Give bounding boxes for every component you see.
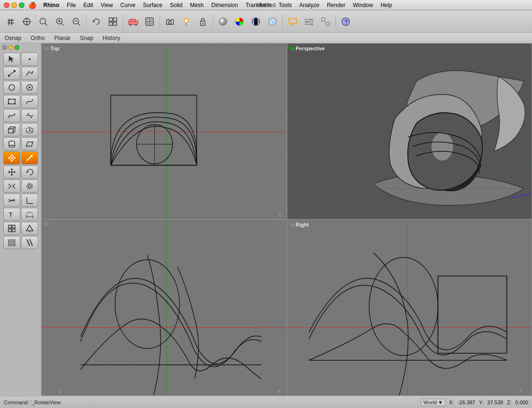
coord-x-value: -26.387 bbox=[458, 400, 475, 405]
panel-maximize-btn[interactable] bbox=[15, 45, 19, 50]
tool-nurbs[interactable] bbox=[21, 109, 38, 122]
panel-close-btn[interactable] bbox=[2, 45, 7, 50]
command-value: '_RotateView bbox=[31, 400, 61, 405]
menu-file[interactable]: File bbox=[64, 1, 79, 9]
tool-group[interactable] bbox=[3, 222, 20, 235]
tool-curve[interactable] bbox=[21, 95, 38, 108]
menu-tools[interactable]: Tools bbox=[275, 1, 295, 9]
tool-rotate2d[interactable] bbox=[21, 165, 38, 179]
coord-world-arrow: ▼ bbox=[438, 400, 443, 405]
tool-render-mesh[interactable] bbox=[142, 14, 157, 29]
menu-window[interactable]: Window bbox=[349, 1, 376, 9]
tool-array[interactable] bbox=[21, 222, 38, 235]
menu-rhino[interactable]: Rhino bbox=[40, 1, 63, 9]
tool-move[interactable] bbox=[3, 165, 20, 179]
command-label: Command: bbox=[4, 400, 29, 405]
toolbar: ? bbox=[0, 10, 532, 33]
svg-rect-53 bbox=[322, 18, 325, 21]
menu-view[interactable]: View bbox=[97, 1, 116, 9]
menu-curve[interactable]: Curve bbox=[117, 1, 139, 9]
close-button[interactable] bbox=[4, 2, 9, 8]
tool-display[interactable] bbox=[285, 14, 300, 29]
menu-analyze[interactable]: Analyze bbox=[296, 1, 323, 9]
menu-mesh[interactable]: Mesh bbox=[187, 1, 207, 9]
tool-zoom-extents[interactable] bbox=[36, 14, 51, 29]
viewport-right[interactable]: Right bbox=[287, 220, 532, 396]
tool-globe[interactable] bbox=[248, 14, 263, 29]
menu-dimension[interactable]: Dimension bbox=[208, 1, 241, 9]
svg-rect-142 bbox=[42, 220, 286, 395]
tool-transform[interactable] bbox=[3, 151, 20, 165]
tool-surface[interactable] bbox=[21, 137, 38, 150]
tool-offset[interactable] bbox=[21, 180, 38, 193]
menu-solid[interactable]: Solid bbox=[167, 1, 186, 9]
svg-point-35 bbox=[202, 23, 204, 24]
tool-arrow[interactable] bbox=[21, 151, 38, 165]
coord-z-label: Z: bbox=[507, 400, 512, 405]
menu-render[interactable]: Render bbox=[324, 1, 349, 9]
svg-rect-54 bbox=[326, 22, 329, 25]
tool-select-dot[interactable] bbox=[21, 53, 38, 66]
tool-light[interactable] bbox=[179, 14, 194, 29]
snap-osnap[interactable]: Osnap bbox=[5, 35, 21, 41]
tool-material[interactable] bbox=[215, 14, 230, 29]
tool-rectangle[interactable] bbox=[3, 95, 20, 108]
snap-history[interactable]: History bbox=[103, 35, 120, 41]
tool-plane[interactable] bbox=[21, 123, 38, 136]
tool-snap-settings[interactable] bbox=[318, 14, 333, 29]
svg-rect-62 bbox=[8, 75, 10, 77]
tool-select[interactable] bbox=[3, 53, 20, 66]
viewport-top[interactable]: Top bbox=[41, 43, 287, 220]
tool-color[interactable] bbox=[232, 14, 247, 29]
tool-lock[interactable] bbox=[195, 14, 210, 29]
maximize-button[interactable] bbox=[19, 2, 24, 8]
tool-properties[interactable] bbox=[21, 236, 38, 249]
snap-snap[interactable]: Snap bbox=[80, 35, 93, 41]
window-controls bbox=[4, 2, 24, 8]
tool-text[interactable]: T bbox=[3, 208, 20, 221]
svg-rect-14 bbox=[109, 18, 112, 21]
snap-ortho[interactable]: Ortho bbox=[31, 35, 45, 41]
menu-help[interactable]: Help bbox=[377, 1, 396, 9]
tool-polyline[interactable] bbox=[21, 67, 38, 80]
svg-text:Z: Z bbox=[59, 389, 62, 394]
menu-surface[interactable]: Surface bbox=[140, 1, 166, 9]
svg-point-0 bbox=[9, 20, 12, 23]
tool-zoom-out[interactable] bbox=[69, 14, 84, 29]
tool-environment[interactable] bbox=[265, 14, 280, 29]
main-area: T Top bbox=[0, 43, 532, 396]
snap-planar[interactable]: Planar bbox=[54, 35, 71, 41]
toolbar-separator-5 bbox=[282, 15, 283, 28]
tool-freeform[interactable] bbox=[3, 109, 20, 122]
tool-crosshair[interactable] bbox=[19, 14, 34, 29]
tool-cylinder[interactable] bbox=[3, 137, 20, 150]
tool-settings[interactable] bbox=[302, 14, 317, 29]
svg-point-4 bbox=[40, 18, 46, 24]
tool-rotate[interactable] bbox=[89, 14, 104, 29]
viewport-front[interactable]: Z X bbox=[41, 220, 287, 396]
tool-help[interactable]: ? bbox=[338, 14, 353, 29]
tool-camera[interactable] bbox=[162, 14, 177, 29]
tool-mirror[interactable] bbox=[3, 180, 20, 193]
tool-grid[interactable] bbox=[105, 14, 120, 29]
tool-circle[interactable] bbox=[3, 81, 20, 94]
viewport-perspective[interactable]: Perspective bbox=[287, 43, 532, 220]
tool-pan[interactable] bbox=[3, 14, 18, 29]
tool-zoom-in[interactable] bbox=[52, 14, 67, 29]
svg-rect-67 bbox=[8, 99, 15, 104]
tool-layer[interactable] bbox=[3, 236, 20, 249]
tool-box[interactable] bbox=[3, 123, 20, 136]
coord-system-selector[interactable]: World ▼ bbox=[421, 399, 445, 406]
minimize-button[interactable] bbox=[11, 2, 17, 8]
tool-line[interactable] bbox=[3, 67, 20, 80]
panel-minimize-btn[interactable] bbox=[8, 45, 13, 50]
svg-point-21 bbox=[135, 24, 137, 26]
tool-dim[interactable] bbox=[21, 208, 38, 221]
svg-point-102 bbox=[28, 185, 31, 188]
apple-menu[interactable]: 🍎 bbox=[28, 1, 36, 9]
tool-car[interactable] bbox=[126, 14, 141, 29]
tool-arc[interactable] bbox=[21, 81, 38, 94]
menu-edit[interactable]: Edit bbox=[80, 1, 96, 9]
tool-blend[interactable] bbox=[3, 194, 20, 207]
tool-fillet[interactable] bbox=[21, 194, 38, 207]
